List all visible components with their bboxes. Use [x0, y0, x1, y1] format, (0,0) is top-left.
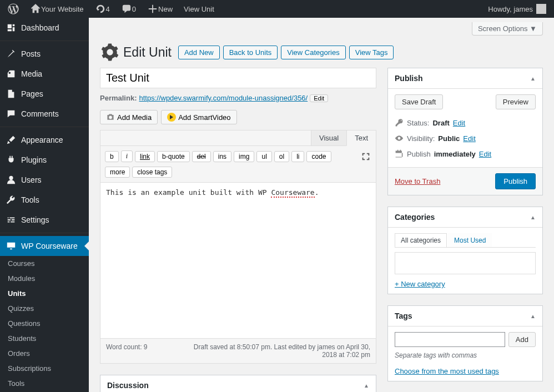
qt-img[interactable]: img	[234, 151, 254, 162]
move-to-trash-link[interactable]: Move to Trash	[395, 177, 440, 185]
qt-ins[interactable]: ins	[213, 151, 231, 162]
submenu-orders[interactable]: Orders	[0, 346, 89, 361]
menu-wp-courseware[interactable]: WP Courseware	[0, 236, 89, 256]
qt-bold[interactable]: b	[105, 151, 119, 162]
dashboard-icon	[6, 22, 17, 33]
media-buttons-row: Add Media Add SmartVideo	[100, 110, 376, 124]
back-to-units-button[interactable]: Back to Units	[223, 46, 278, 59]
menu-media[interactable]: Media	[0, 64, 89, 84]
qt-ul[interactable]: ul	[256, 151, 271, 162]
menu-posts[interactable]: Posts	[0, 44, 89, 64]
add-new-button[interactable]: Add New	[178, 46, 220, 59]
title-input[interactable]	[100, 68, 376, 88]
tags-header[interactable]: Tags ▲	[388, 306, 542, 326]
visibility-edit-link[interactable]: Edit	[463, 134, 475, 143]
schedule-edit-link[interactable]: Edit	[479, 150, 491, 158]
menu-pages[interactable]: Pages	[0, 84, 89, 104]
add-media-button[interactable]: Add Media	[100, 110, 158, 124]
qt-del[interactable]: del	[192, 151, 211, 162]
content-sidebar: Publish ▲ Save Draft Preview Status: Dra…	[387, 68, 543, 392]
permalink-edit-button[interactable]: Edit	[310, 94, 328, 102]
qt-bquote[interactable]: b-quote	[157, 151, 190, 162]
menu-comments[interactable]: Comments	[0, 104, 89, 124]
permalink-url[interactable]: https://wpdev.swarmify.com/module-unassi…	[139, 94, 308, 102]
submenu-subscriptions[interactable]: Subscriptions	[0, 361, 89, 376]
topbar-left: Your Website 4 0 New View Unit	[3, 0, 219, 18]
qt-link[interactable]: link	[135, 151, 155, 162]
publish-metabox: Publish ▲ Save Draft Preview Status: Dra…	[387, 68, 543, 195]
chevron-up-icon[interactable]: ▲	[530, 313, 536, 319]
howdy-label: Howdy, james	[488, 5, 533, 13]
fullscreen-icon[interactable]	[360, 151, 371, 162]
submenu-questions[interactable]: Questions	[0, 316, 89, 331]
brush-icon	[6, 134, 17, 145]
updates-menu[interactable]: 4	[90, 0, 114, 18]
quicktags-toolbar: b i link b-quote del ins img ul ol li co…	[100, 146, 376, 183]
view-categories-button[interactable]: View Categories	[281, 46, 345, 59]
permalink-row: Permalink: https://wpdev.swarmify.com/mo…	[100, 92, 376, 110]
user-icon	[6, 174, 17, 185]
publish-button[interactable]: Publish	[495, 173, 536, 189]
menu-plugins[interactable]: Plugins	[0, 150, 89, 170]
draft-info: Draft saved at 8:50:07 pm. Last edited b…	[185, 343, 370, 359]
monitor-icon	[6, 240, 17, 252]
menu-users[interactable]: Users	[0, 170, 89, 190]
publish-actions: Move to Trash Publish	[388, 167, 542, 195]
qt-ol[interactable]: ol	[274, 151, 289, 162]
tab-all-categories[interactable]: All categories	[395, 233, 447, 247]
category-panel[interactable]	[395, 252, 536, 274]
submenu-units[interactable]: Units	[0, 286, 89, 301]
publish-header[interactable]: Publish ▲	[388, 68, 542, 89]
tab-most-used[interactable]: Most Used	[448, 233, 492, 247]
qt-more[interactable]: more	[105, 167, 130, 178]
tab-visual[interactable]: Visual	[311, 130, 346, 145]
camera-icon	[106, 113, 115, 122]
admin-topbar: Your Website 4 0 New View Unit Howdy, ja…	[0, 0, 554, 18]
new-content-menu[interactable]: New	[143, 0, 177, 18]
menu-settings[interactable]: Settings	[0, 210, 89, 230]
qt-code[interactable]: code	[306, 151, 331, 162]
categories-header[interactable]: Categories ▲	[388, 207, 542, 228]
qt-li[interactable]: li	[291, 151, 304, 162]
submenu-quizzes[interactable]: Quizzes	[0, 301, 89, 316]
comments-menu[interactable]: 0	[117, 0, 140, 18]
content-main: Permalink: https://wpdev.swarmify.com/mo…	[100, 68, 376, 392]
eye-icon	[395, 134, 404, 143]
discussion-header[interactable]: Discussion ▲	[100, 375, 376, 392]
key-icon	[395, 118, 404, 127]
menu-dashboard[interactable]: Dashboard	[0, 18, 89, 38]
add-new-category-link[interactable]: + New category	[395, 280, 445, 288]
chevron-up-icon[interactable]: ▲	[530, 76, 536, 82]
site-name-menu[interactable]: Your Website	[26, 0, 88, 18]
submenu-students[interactable]: Students	[0, 331, 89, 346]
menu-appearance[interactable]: Appearance	[0, 130, 89, 150]
editor-textarea[interactable]: This is an example unit built with WP Co…	[100, 183, 376, 338]
tab-text[interactable]: Text	[346, 130, 376, 146]
preview-button[interactable]: Preview	[496, 94, 536, 109]
tags-hint: Separate tags with commas	[395, 351, 536, 359]
save-draft-button[interactable]: Save Draft	[395, 94, 443, 109]
site-name-label: Your Website	[41, 5, 84, 13]
view-tags-button[interactable]: View Tags	[349, 46, 394, 59]
submenu-tools[interactable]: Tools	[0, 376, 89, 391]
add-tag-button[interactable]: Add	[508, 332, 536, 347]
tags-input[interactable]	[395, 332, 505, 347]
content-wrap: Permalink: https://wpdev.swarmify.com/mo…	[89, 68, 554, 392]
submenu-courses[interactable]: Courses	[0, 256, 89, 271]
permalink-label: Permalink:	[100, 94, 137, 102]
screen-options-button[interactable]: Screen Options ▼	[472, 22, 543, 36]
qt-close-tags[interactable]: close tags	[132, 167, 172, 178]
status-edit-link[interactable]: Edit	[453, 119, 465, 127]
choose-tags-link[interactable]: Choose from the most used tags	[395, 367, 499, 375]
add-smartvideo-button[interactable]: Add SmartVideo	[161, 110, 236, 124]
wp-logo-menu[interactable]	[3, 0, 23, 18]
view-unit-link[interactable]: View Unit	[179, 0, 219, 18]
qt-italic[interactable]: i	[121, 150, 133, 162]
submenu-modules[interactable]: Modules	[0, 271, 89, 286]
chevron-up-icon[interactable]: ▲	[364, 383, 369, 389]
menu-tools[interactable]: Tools	[0, 190, 89, 210]
account-menu[interactable]: Howdy, james	[484, 0, 551, 18]
sliders-icon	[6, 214, 17, 225]
publish-body: Save Draft Preview Status: Draft Edit Vi…	[388, 89, 542, 167]
chevron-up-icon[interactable]: ▲	[530, 214, 536, 220]
